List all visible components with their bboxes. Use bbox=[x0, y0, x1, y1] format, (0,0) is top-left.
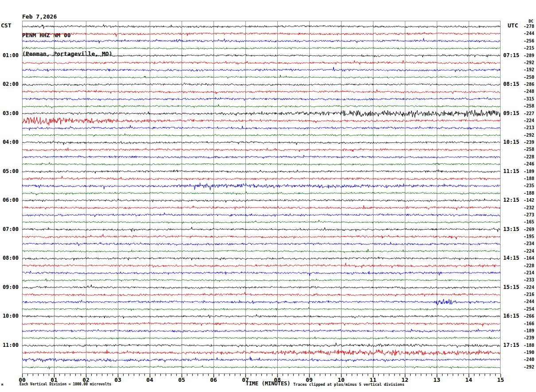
dc-value-label: -292 bbox=[521, 365, 534, 369]
seismic-trace-row-7 bbox=[22, 75, 500, 79]
seismic-trace-row-26 bbox=[22, 213, 500, 217]
cst-hour-label: 03:00 bbox=[0, 110, 19, 116]
seismic-trace-row-39 bbox=[22, 307, 500, 311]
seismic-trace-row-16 bbox=[22, 141, 500, 145]
seismic-trace-row-12 bbox=[22, 110, 500, 117]
dc-value-label: -239 bbox=[521, 140, 534, 145]
cst-hour-label: 11:00 bbox=[0, 342, 19, 348]
dc-value-label: -269 bbox=[521, 227, 534, 232]
dc-value-label: -224 bbox=[521, 118, 534, 123]
seismic-trace-row-18 bbox=[22, 155, 500, 159]
seismic-trace-row-33 bbox=[22, 263, 500, 268]
seismic-trace-row-28 bbox=[22, 227, 500, 232]
dc-value-label: -214 bbox=[521, 270, 534, 275]
seismic-trace-row-42 bbox=[22, 329, 500, 333]
x-tick-label: 13 bbox=[428, 377, 446, 383]
dc-value-label: -289 bbox=[521, 53, 534, 58]
seismic-trace-row-22 bbox=[22, 183, 500, 190]
footer-clip-note: Traces clipped at plus/minus 5 vertical … bbox=[293, 382, 404, 387]
cst-hour-label: 07:00 bbox=[0, 226, 19, 232]
dc-value-label: -195 bbox=[521, 234, 534, 239]
dc-value-label: -213 bbox=[521, 125, 534, 130]
dc-value-label: -239 bbox=[521, 335, 534, 340]
dc-value-label: -165 bbox=[521, 219, 534, 224]
cst-hour-label: 05:00 bbox=[0, 168, 19, 174]
dc-value-label: -142 bbox=[521, 198, 534, 203]
seismic-trace-row-38 bbox=[22, 299, 500, 305]
seismic-trace-row-5 bbox=[22, 61, 500, 65]
dc-value-label: -189 bbox=[521, 328, 534, 333]
seismic-trace-row-2 bbox=[22, 38, 500, 43]
seismic-trace-row-21 bbox=[22, 176, 500, 181]
seismic-trace-row-13 bbox=[22, 117, 500, 126]
cst-hour-label: 06:00 bbox=[0, 197, 19, 203]
x-tick-label: 05 bbox=[173, 377, 190, 383]
dc-value-label: -258 bbox=[521, 104, 534, 108]
dc-column-header: DC bbox=[522, 19, 533, 23]
dc-value-label: -244 bbox=[521, 299, 534, 304]
dc-value-label: -166 bbox=[521, 321, 534, 326]
x-axis-title: TIME (MINUTES) bbox=[239, 380, 297, 387]
dc-value-label: -246 bbox=[521, 161, 534, 166]
seismic-trace-row-6 bbox=[22, 67, 500, 72]
dc-value-label: -233 bbox=[521, 277, 534, 282]
dc-value-label: -315 bbox=[521, 96, 534, 101]
dc-value-label: -234 bbox=[521, 241, 534, 246]
seismic-trace-row-40 bbox=[22, 315, 500, 319]
dc-value-label: -228 bbox=[521, 263, 534, 268]
helicorder-traces-svg bbox=[22, 21, 501, 374]
seismic-trace-row-8 bbox=[22, 83, 500, 86]
dc-value-label: -188 bbox=[521, 191, 534, 196]
helicorder-plot-area bbox=[22, 21, 501, 374]
dc-value-label: -224 bbox=[521, 285, 534, 290]
seismic-trace-row-20 bbox=[22, 169, 500, 173]
seismic-trace-row-14 bbox=[22, 125, 500, 131]
seismic-trace-row-19 bbox=[22, 162, 500, 165]
minute-gridlines bbox=[22, 21, 501, 374]
seismic-trace-row-36 bbox=[22, 285, 500, 289]
x-tick-label: 14 bbox=[460, 377, 478, 383]
watermark-mark: M bbox=[1, 383, 3, 387]
dc-value-label: -192 bbox=[521, 67, 534, 72]
seismic-trace-row-25 bbox=[22, 205, 500, 210]
dc-value-label: -286 bbox=[521, 82, 534, 87]
seismic-trace-row-41 bbox=[22, 322, 500, 327]
seismic-trace-row-47 bbox=[22, 365, 500, 369]
right-axis-title: UTC bbox=[508, 22, 518, 29]
seismic-trace-row-15 bbox=[22, 134, 500, 137]
dc-value-label: -227 bbox=[521, 111, 534, 116]
seismic-trace-row-27 bbox=[22, 220, 500, 223]
x-tick-label: 03 bbox=[109, 377, 127, 383]
seismic-trace-row-37 bbox=[22, 292, 500, 296]
header-date: Feb 7,2026 bbox=[22, 14, 113, 20]
dc-value-label: -164 bbox=[521, 256, 534, 261]
seismic-trace-row-45 bbox=[22, 350, 500, 356]
dc-value-label: -224 bbox=[521, 249, 534, 254]
seismic-trace-row-9 bbox=[22, 89, 500, 94]
seismic-trace-row-10 bbox=[22, 97, 500, 101]
seismic-trace-row-34 bbox=[22, 271, 500, 276]
dc-value-label: -266 bbox=[521, 314, 534, 319]
dc-value-label: -254 bbox=[521, 307, 534, 311]
dc-value-label: -188 bbox=[521, 343, 534, 348]
seismic-trace-row-1 bbox=[22, 32, 500, 37]
seismic-trace-row-30 bbox=[22, 242, 500, 246]
dc-value-label: -232 bbox=[521, 205, 534, 210]
dc-value-label: -292 bbox=[521, 60, 534, 65]
x-tick-label: 06 bbox=[205, 377, 222, 383]
seismic-trace-row-11 bbox=[22, 104, 500, 108]
cst-hour-label: 08:00 bbox=[0, 255, 19, 261]
seismic-trace-row-35 bbox=[22, 279, 500, 282]
seismic-trace-row-46 bbox=[22, 357, 500, 362]
seismic-trace-row-31 bbox=[22, 249, 500, 253]
dc-value-label: -228 bbox=[521, 154, 534, 159]
dc-value-label: -189 bbox=[521, 169, 534, 174]
cst-hour-label: 02:00 bbox=[0, 81, 19, 87]
seismic-trace-row-23 bbox=[22, 192, 500, 195]
dc-value-label: -216 bbox=[521, 292, 534, 297]
dc-value-label: -235 bbox=[521, 183, 534, 188]
dc-value-label: -190 bbox=[521, 350, 534, 355]
cst-hour-label: 09:00 bbox=[0, 284, 19, 290]
dc-value-label: -258 bbox=[521, 147, 534, 152]
x-tick-label: 04 bbox=[141, 377, 159, 383]
